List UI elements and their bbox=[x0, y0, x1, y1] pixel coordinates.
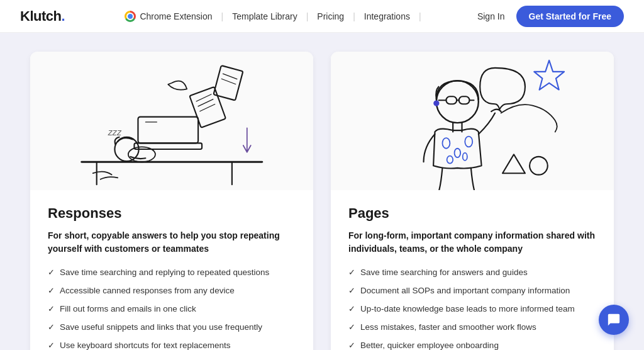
navbar-right: Sign In Get Started for Free bbox=[472, 6, 624, 27]
navbar: Klutch. Chrome Extension | Template Libr… bbox=[0, 0, 644, 33]
pages-card: Pages For long-form, important company i… bbox=[331, 52, 614, 350]
chat-icon bbox=[607, 313, 621, 327]
svg-line-11 bbox=[197, 99, 214, 106]
nav-pricing[interactable]: Pricing bbox=[308, 11, 353, 21]
chat-button[interactable] bbox=[599, 305, 629, 335]
svg-rect-3 bbox=[134, 144, 202, 150]
svg-point-16 bbox=[436, 81, 479, 123]
chrome-icon bbox=[125, 11, 136, 22]
svg-point-25 bbox=[442, 138, 450, 149]
responses-features: Save time searching and replying to repe… bbox=[48, 267, 296, 350]
nav-divider-4: | bbox=[419, 11, 421, 21]
list-item: Save time searching for answers and guid… bbox=[348, 267, 596, 279]
svg-point-29 bbox=[462, 153, 467, 161]
list-item: Use keyboard shortcuts for text replacem… bbox=[48, 340, 296, 350]
svg-rect-4 bbox=[138, 117, 198, 144]
svg-point-26 bbox=[454, 149, 460, 157]
svg-marker-30 bbox=[534, 60, 564, 90]
svg-rect-17 bbox=[446, 97, 457, 104]
logo-dot: . bbox=[61, 8, 65, 25]
pages-features: Save time searching for answers and guid… bbox=[348, 267, 596, 350]
nav-links: Chrome Extension | Template Library | Pr… bbox=[116, 11, 421, 22]
list-item: Better, quicker employee onboarding bbox=[348, 340, 596, 350]
svg-line-10 bbox=[196, 94, 212, 101]
list-item: Accessible canned responses from any dev… bbox=[48, 285, 296, 297]
pages-subtitle: For long-form, important company informa… bbox=[348, 229, 596, 256]
nav-chrome-extension[interactable]: Chrome Extension bbox=[116, 11, 221, 22]
svg-point-32 bbox=[530, 157, 548, 175]
responses-subtitle: For short, copyable answers to help you … bbox=[48, 229, 296, 256]
nav-template-library[interactable]: Template Library bbox=[223, 11, 306, 21]
logo[interactable]: Klutch. bbox=[20, 8, 65, 25]
nav-integrations[interactable]: Integrations bbox=[355, 11, 419, 21]
responses-card: zzz Responses For short, copyable bbox=[30, 52, 313, 350]
svg-line-12 bbox=[199, 104, 216, 111]
list-item: Save time searching and replying to repe… bbox=[48, 267, 296, 279]
list-item: Fill out forms and emails in one click bbox=[48, 303, 296, 315]
svg-rect-13 bbox=[213, 66, 243, 101]
svg-text:zzz: zzz bbox=[107, 128, 121, 138]
svg-point-27 bbox=[465, 137, 472, 147]
responses-card-body: Responses For short, copyable answers to… bbox=[30, 190, 313, 350]
svg-marker-31 bbox=[502, 155, 525, 174]
responses-illustration: zzz bbox=[30, 52, 313, 190]
list-item: Up-to-date knowledge base leads to more … bbox=[348, 303, 596, 315]
main-content: zzz Responses For short, copyable bbox=[0, 33, 644, 350]
pages-title: Pages bbox=[348, 205, 596, 222]
svg-rect-18 bbox=[458, 97, 469, 104]
list-item: Less mistakes, faster and smoother work … bbox=[348, 322, 596, 334]
responses-title: Responses bbox=[48, 205, 296, 222]
list-item: Document all SOPs and important company … bbox=[348, 285, 596, 297]
pages-illustration bbox=[331, 52, 614, 190]
svg-point-22 bbox=[434, 101, 438, 106]
sign-in-link[interactable]: Sign In bbox=[472, 11, 510, 21]
svg-point-28 bbox=[447, 156, 453, 164]
svg-line-15 bbox=[221, 79, 236, 84]
list-item: Save useful snippets and links that you … bbox=[48, 322, 296, 334]
pages-card-body: Pages For long-form, important company i… bbox=[331, 190, 614, 350]
svg-line-14 bbox=[223, 74, 238, 79]
logo-text: Klutch bbox=[20, 8, 61, 25]
get-started-button[interactable]: Get Started for Free bbox=[516, 6, 624, 27]
